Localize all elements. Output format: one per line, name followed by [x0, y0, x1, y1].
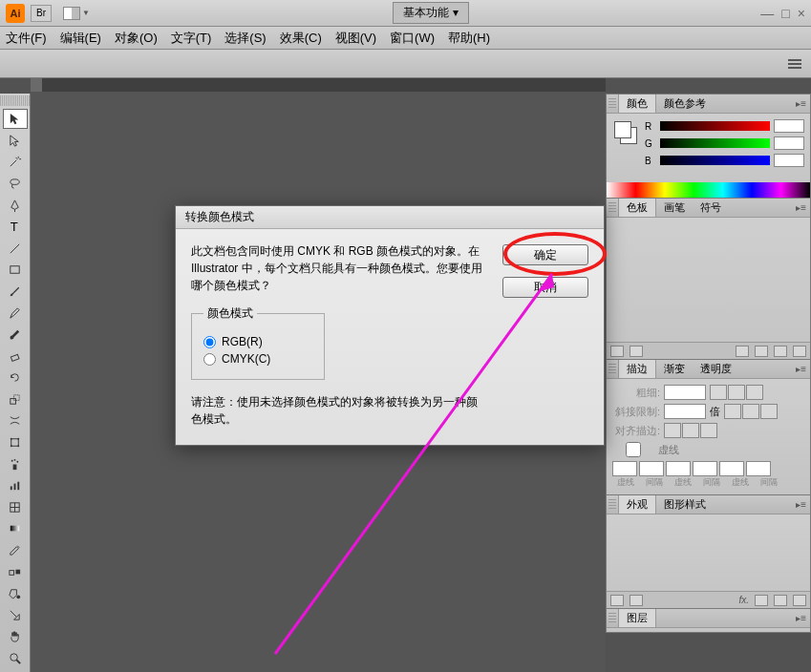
menu-select[interactable]: 选择(S)	[224, 30, 266, 47]
menu-file[interactable]: 文件(F)	[6, 30, 47, 47]
panel-grip[interactable]	[608, 499, 616, 511]
tab-color[interactable]: 颜色	[618, 94, 656, 113]
cmyk-radio[interactable]	[203, 353, 216, 366]
tab-stroke[interactable]: 描边	[618, 360, 656, 378]
new-swatch-icon[interactable]	[774, 346, 787, 357]
new-fill-icon[interactable]	[630, 595, 643, 606]
layout-icon[interactable]	[63, 7, 80, 20]
b-slider[interactable]	[660, 156, 770, 165]
tab-graphic-styles[interactable]: 图形样式	[656, 495, 714, 514]
color-spectrum[interactable]	[607, 182, 810, 198]
dash3-input[interactable]	[719, 461, 744, 476]
menu-effect[interactable]: 效果(C)	[280, 30, 322, 47]
tab-transparency[interactable]: 透明度	[693, 360, 739, 378]
cap-butt-icon[interactable]	[710, 385, 727, 400]
panel-menu-icon[interactable]: ▸≡	[796, 364, 806, 374]
g-input[interactable]	[774, 136, 804, 150]
align-center-icon[interactable]	[664, 423, 681, 438]
blob-brush-tool[interactable]	[3, 325, 28, 345]
menu-window[interactable]: 窗口(W)	[390, 30, 435, 47]
control-strip-menu-icon[interactable]	[788, 59, 801, 69]
trash-icon[interactable]	[793, 595, 806, 606]
r-input[interactable]	[774, 119, 804, 133]
magic-wand-tool[interactable]	[3, 153, 28, 173]
panel-menu-icon[interactable]: ▸≡	[796, 202, 806, 213]
selection-tool[interactable]	[3, 109, 28, 129]
tab-color-guide[interactable]: 颜色参考	[656, 94, 714, 113]
minimize-button[interactable]: —	[760, 6, 774, 21]
fx-label[interactable]: fx.	[738, 595, 749, 605]
close-button[interactable]: ×	[798, 6, 805, 21]
dash1-input[interactable]	[612, 461, 637, 476]
panel-menu-icon[interactable]: ▸≡	[796, 98, 806, 109]
rotate-tool[interactable]	[3, 368, 28, 388]
symbol-sprayer-tool[interactable]	[3, 454, 28, 474]
tab-appearance[interactable]: 外观	[618, 495, 656, 514]
panel-menu-icon[interactable]: ▸≡	[796, 613, 806, 623]
swatch-kind-icon[interactable]	[630, 346, 643, 357]
eraser-tool[interactable]	[3, 346, 28, 367]
menu-help[interactable]: 帮助(H)	[448, 30, 490, 47]
warp-tool[interactable]	[3, 411, 28, 431]
join-round-icon[interactable]	[742, 404, 759, 419]
cap-square-icon[interactable]	[746, 385, 763, 400]
slice-tool[interactable]	[3, 605, 28, 625]
ok-button[interactable]: 确定	[502, 244, 588, 265]
blend-tool[interactable]	[3, 562, 28, 582]
tab-brushes[interactable]: 画笔	[656, 199, 693, 217]
pen-tool[interactable]	[3, 196, 28, 216]
free-transform-tool[interactable]	[3, 432, 28, 452]
new-stroke-icon[interactable]	[610, 595, 624, 606]
gap2-input[interactable]	[693, 461, 717, 476]
align-inside-icon[interactable]	[682, 423, 699, 438]
panel-menu-icon[interactable]: ▸≡	[796, 499, 806, 510]
graph-tool[interactable]	[3, 475, 28, 495]
workspace-switcher[interactable]: 基本功能 ▾	[393, 2, 468, 24]
gap1-input[interactable]	[639, 461, 664, 476]
cap-round-icon[interactable]	[728, 385, 745, 400]
tab-gradient[interactable]: 渐变	[656, 360, 693, 378]
eyedropper-tool[interactable]	[3, 540, 28, 560]
hand-tool[interactable]	[3, 627, 28, 647]
tab-swatches[interactable]: 色板	[618, 199, 656, 217]
clear-icon[interactable]	[755, 595, 768, 606]
swatch-lib-icon[interactable]	[610, 346, 624, 357]
gap3-input[interactable]	[746, 461, 771, 476]
new-group-icon[interactable]	[755, 346, 768, 357]
menu-view[interactable]: 视图(V)	[335, 30, 376, 47]
panel-grip[interactable]	[608, 202, 616, 214]
dup-icon[interactable]	[774, 595, 787, 606]
live-paint-tool[interactable]	[3, 583, 28, 603]
type-tool[interactable]: T	[3, 217, 28, 237]
panel-grip[interactable]	[608, 98, 616, 110]
b-input[interactable]	[774, 154, 804, 167]
join-miter-icon[interactable]	[724, 404, 741, 419]
rgb-radio[interactable]	[203, 336, 216, 348]
tab-symbols[interactable]: 符号	[693, 199, 729, 217]
panel-grip[interactable]	[608, 613, 616, 624]
menu-type[interactable]: 文字(T)	[171, 30, 212, 47]
scale-tool[interactable]	[3, 389, 28, 410]
dash-checkbox[interactable]	[612, 442, 654, 457]
bridge-button[interactable]: Br	[31, 5, 52, 22]
pencil-tool[interactable]	[3, 304, 28, 324]
direct-selection-tool[interactable]	[3, 131, 28, 151]
gradient-tool[interactable]	[3, 519, 28, 539]
align-outside-icon[interactable]	[700, 423, 717, 438]
menu-object[interactable]: 对象(O)	[115, 30, 158, 47]
swatch-opts-icon[interactable]	[736, 346, 749, 357]
zoom-tool[interactable]	[3, 648, 28, 668]
paintbrush-tool[interactable]	[3, 282, 28, 302]
layout-dropdown[interactable]: ▼	[82, 9, 90, 17]
panel-grip[interactable]	[608, 364, 616, 375]
weight-input[interactable]	[664, 385, 706, 400]
toolbox-grip[interactable]	[0, 95, 30, 106]
lasso-tool[interactable]	[3, 174, 28, 194]
tab-layers[interactable]: 图层	[618, 609, 656, 627]
mesh-tool[interactable]	[3, 497, 28, 517]
menu-edit[interactable]: 编辑(E)	[60, 30, 101, 47]
r-slider[interactable]	[660, 121, 770, 131]
line-tool[interactable]	[3, 239, 28, 259]
miter-input[interactable]	[664, 404, 706, 419]
cancel-button[interactable]: 取消	[502, 277, 588, 298]
